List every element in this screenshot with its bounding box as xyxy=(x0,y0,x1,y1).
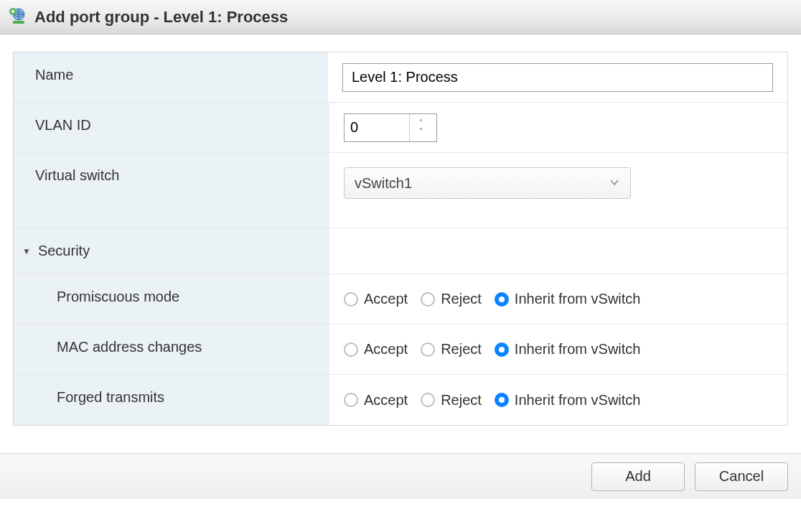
dialog-title: Add port group - Level 1: Process xyxy=(34,8,288,27)
virtual-switch-select[interactable]: vSwitch1 xyxy=(344,167,631,199)
field-mac-changes: Accept Reject Inherit from vSwitch xyxy=(329,325,787,374)
form: Name VLAN ID ˄ ˅ V xyxy=(13,52,788,426)
label-vlan: VLAN ID xyxy=(14,103,329,152)
security-section-field xyxy=(329,228,787,274)
row-promiscuous: Promiscuous mode Accept Reject Inherit f… xyxy=(14,274,787,325)
row-virtual-switch: Virtual switch vSwitch1 xyxy=(14,153,787,228)
forged-transmits-radio-group: Accept Reject Inherit from vSwitch xyxy=(344,392,640,409)
disclosure-triangle-icon: ▼ xyxy=(22,246,31,256)
dialog-content: Name VLAN ID ˄ ˅ V xyxy=(0,34,801,433)
field-promiscuous: Accept Reject Inherit from vSwitch xyxy=(329,274,787,324)
forged-transmits-reject-radio[interactable]: Reject xyxy=(421,392,482,409)
promiscuous-reject-radio[interactable]: Reject xyxy=(421,291,482,307)
row-security-header: ▼ Security xyxy=(14,228,787,274)
security-section-toggle[interactable]: ▼ Security xyxy=(14,228,329,274)
vlan-id-stepper[interactable]: ˄ ˅ xyxy=(344,113,437,142)
label-virtual-switch: Virtual switch xyxy=(14,153,329,228)
field-name xyxy=(328,52,787,102)
cancel-button[interactable]: Cancel xyxy=(695,462,788,491)
chevron-down-icon[interactable]: ˅ xyxy=(419,128,423,136)
row-vlan: VLAN ID ˄ ˅ xyxy=(14,103,787,153)
security-section-label: Security xyxy=(38,243,90,259)
virtual-switch-selected: vSwitch1 xyxy=(355,175,412,192)
promiscuous-accept-radio[interactable]: Accept xyxy=(344,291,408,307)
row-name: Name xyxy=(14,52,787,103)
name-input[interactable] xyxy=(342,63,773,92)
row-forged-transmits: Forged transmits Accept Reject Inherit f… xyxy=(14,375,787,425)
mac-changes-radio-group: Accept Reject Inherit from vSwitch xyxy=(344,341,640,358)
field-vlan: ˄ ˅ xyxy=(329,103,787,152)
mac-changes-reject-radio[interactable]: Reject xyxy=(421,341,482,358)
chevron-down-icon xyxy=(609,175,620,192)
label-mac-changes: MAC address changes xyxy=(14,325,329,374)
dialog-footer: Add Cancel xyxy=(0,453,801,499)
network-add-icon xyxy=(9,7,29,27)
forged-transmits-inherit-radio[interactable]: Inherit from vSwitch xyxy=(495,392,641,409)
svg-rect-1 xyxy=(13,21,24,24)
promiscuous-radio-group: Accept Reject Inherit from vSwitch xyxy=(344,291,640,307)
add-port-group-dialog: Add port group - Level 1: Process Name V… xyxy=(0,0,801,499)
promiscuous-inherit-radio[interactable]: Inherit from vSwitch xyxy=(495,291,641,307)
label-forged-transmits: Forged transmits xyxy=(14,375,329,425)
row-mac-changes: MAC address changes Accept Reject Inheri… xyxy=(14,325,787,375)
label-name: Name xyxy=(14,52,328,102)
add-button[interactable]: Add xyxy=(591,462,685,491)
mac-changes-accept-radio[interactable]: Accept xyxy=(344,341,408,358)
mac-changes-inherit-radio[interactable]: Inherit from vSwitch xyxy=(495,341,641,358)
chevron-up-icon[interactable]: ˄ xyxy=(419,119,423,128)
vlan-id-spinner[interactable]: ˄ ˅ xyxy=(409,114,432,141)
dialog-titlebar: Add port group - Level 1: Process xyxy=(0,0,801,34)
label-promiscuous: Promiscuous mode xyxy=(14,274,329,324)
vlan-id-input[interactable] xyxy=(345,114,409,141)
field-forged-transmits: Accept Reject Inherit from vSwitch xyxy=(329,375,787,425)
field-virtual-switch: vSwitch1 xyxy=(329,153,787,228)
forged-transmits-accept-radio[interactable]: Accept xyxy=(344,392,408,409)
